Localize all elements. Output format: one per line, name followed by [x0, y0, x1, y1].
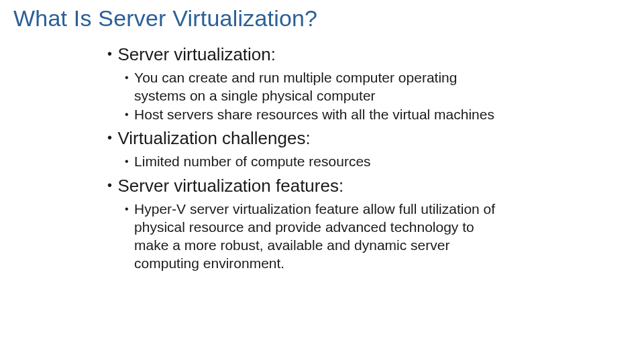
- bullet-icon: •: [125, 153, 129, 168]
- section-1: • Virtualization challenges:: [107, 127, 631, 150]
- section-1-items: • Limited number of compute resources: [107, 153, 631, 171]
- list-item-text: Limited number of compute resources: [134, 153, 371, 171]
- section-heading: Server virtualization features:: [117, 176, 343, 196]
- bullet-icon: •: [107, 44, 112, 62]
- section-2: • Server virtualization features:: [107, 175, 631, 198]
- list-item: • Hyper-V server virtualization feature …: [125, 200, 631, 273]
- slide-content: • Server virtualization: • You can creat…: [13, 44, 631, 272]
- section-0-items: • You can create and run multiple comput…: [107, 69, 631, 124]
- section-0: • Server virtualization:: [107, 44, 631, 66]
- list-item-text: Host servers share resources with all th…: [134, 106, 494, 124]
- section-heading: Virtualization challenges:: [117, 128, 310, 148]
- bullet-icon: •: [125, 200, 129, 215]
- list-item: • Limited number of compute resources: [125, 153, 631, 171]
- slide-title: What Is Server Virtualization?: [13, 5, 631, 32]
- list-item: • Host servers share resources with all …: [125, 106, 631, 124]
- list-item-text: You can create and run multiple computer…: [134, 69, 510, 105]
- section-2-items: • Hyper-V server virtualization feature …: [107, 200, 631, 273]
- list-item: • You can create and run multiple comput…: [125, 69, 631, 105]
- section-heading: Server virtualization:: [117, 44, 276, 64]
- list-item-text: Hyper-V server virtualization feature al…: [134, 200, 510, 273]
- bullet-icon: •: [107, 175, 112, 193]
- bullet-icon: •: [125, 106, 129, 121]
- bullet-icon: •: [125, 69, 129, 84]
- bullet-icon: •: [107, 127, 112, 145]
